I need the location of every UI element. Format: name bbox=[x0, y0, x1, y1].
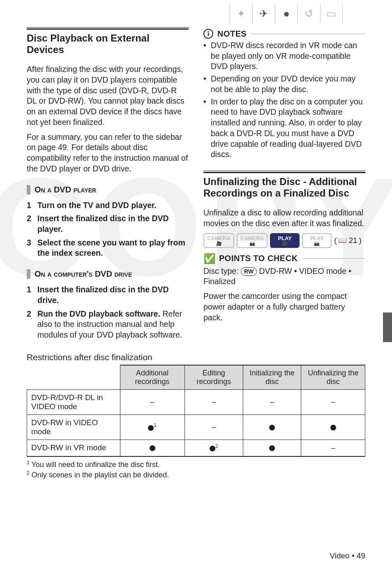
notes-header: i NOTES bbox=[203, 29, 365, 39]
note-item: Depending on your DVD device you may not… bbox=[203, 74, 365, 95]
right-column: i NOTES DVD-RW discs recorded in VR mode… bbox=[203, 27, 365, 343]
table-header: Unfinalizing the disc bbox=[301, 365, 365, 390]
notes-label: NOTES bbox=[217, 29, 247, 39]
section-title-disc-playback: Disc Playback on External Devices bbox=[27, 32, 189, 55]
section-title-unfinalize: Unfinalizing the Disc - Additional Recor… bbox=[203, 176, 365, 199]
cell bbox=[243, 414, 301, 440]
vbar-icon bbox=[27, 269, 30, 279]
note-item: DVD-RW discs recorded in VR mode can be … bbox=[203, 40, 365, 72]
rw-badge-icon: RW bbox=[241, 267, 257, 275]
step-item: 1Insert the finalized disc in the DVD dr… bbox=[27, 285, 189, 305]
book-icon: 📖 bbox=[338, 236, 347, 245]
points-label: POINTS TO CHECK bbox=[219, 254, 298, 263]
note-item: In order to play the disc on a computer … bbox=[203, 97, 365, 160]
top-icon-1: ✦ bbox=[230, 3, 252, 24]
info-icon: i bbox=[203, 29, 213, 39]
subhead-dvd-player: On a DVD player bbox=[27, 185, 189, 194]
table-row: DVD-RW in VIDEO mode 1 – bbox=[27, 414, 365, 440]
mode-play-photo: PLAY📷 bbox=[302, 233, 332, 248]
row-label: DVD-RW in VIDEO mode bbox=[27, 414, 120, 440]
step-item: 2Run the DVD playback software. Refer al… bbox=[27, 309, 189, 340]
cell: – bbox=[120, 389, 184, 414]
table-header: Additional recordings bbox=[120, 365, 184, 390]
notes-list: DVD-RW discs recorded in VR mode can be … bbox=[203, 40, 365, 160]
mode-camera-photo: CAMERA📷 bbox=[237, 233, 267, 248]
disc-type-line: Disc type: RW DVD-RW • VIDEO mode • Fina… bbox=[203, 266, 365, 287]
step-item: 3Select the scene you want to play from … bbox=[27, 238, 189, 259]
top-icon-3: ● bbox=[275, 3, 297, 24]
power-text: Power the camcorder using the compact po… bbox=[203, 291, 365, 323]
row-label: DVD-R/DVD-R DL in VIDEO mode bbox=[27, 389, 120, 414]
cell bbox=[120, 440, 184, 456]
subhead-label: On a computer's DVD drive bbox=[35, 269, 132, 279]
mode-camera-video: CAMERA🎥 bbox=[203, 233, 234, 248]
header-rule bbox=[251, 34, 365, 34]
steps-computer-drive: 1Insert the finalized disc in the DVD dr… bbox=[27, 285, 189, 340]
table-row: DVD-RW in VR mode 2 – bbox=[27, 440, 365, 456]
page-ref: (📖 21) bbox=[334, 236, 362, 245]
cell: – bbox=[243, 389, 301, 414]
restrictions-table-wrap: Restrictions after disc finalization Add… bbox=[27, 352, 365, 480]
dot-icon bbox=[269, 425, 275, 430]
dot-icon bbox=[269, 445, 275, 451]
subhead-computer-drive: On a computer's DVD drive bbox=[27, 269, 189, 279]
table-header: Editing recordings bbox=[184, 365, 243, 390]
restrictions-table: Additional recordings Editing recordings… bbox=[27, 365, 365, 457]
table-header: Initializing the disc bbox=[243, 365, 301, 390]
cell: – bbox=[301, 440, 365, 456]
cell: 2 bbox=[184, 440, 243, 456]
table-row: DVD-R/DVD-R DL in VIDEO mode – – – – bbox=[27, 389, 365, 414]
cell: – bbox=[184, 389, 243, 414]
cell: – bbox=[301, 389, 365, 414]
para-unfinalize: Unfinalize a disc to allow recording add… bbox=[203, 208, 365, 229]
footnotes: 1 You will need to unfinalize the disc f… bbox=[27, 459, 365, 480]
dot-icon bbox=[330, 425, 336, 430]
cell: 1 bbox=[120, 414, 184, 440]
top-icon-4: ↺ bbox=[297, 3, 320, 24]
table-corner bbox=[27, 365, 120, 390]
footnote-2: Only scenes in the playlist can be divid… bbox=[32, 471, 169, 479]
top-icon-2: ✈ bbox=[252, 3, 275, 24]
para-intro-2: For a summary, you can refer to the side… bbox=[27, 132, 189, 174]
top-icon-5: ▭ bbox=[320, 3, 343, 24]
footnote-1: You will need to unfinalize the disc fir… bbox=[31, 461, 160, 469]
vbar-icon bbox=[27, 185, 30, 194]
dot-icon bbox=[210, 446, 215, 451]
check-icon: ✅ bbox=[203, 253, 215, 264]
mode-row: CAMERA🎥 CAMERA📷 PLAY🎥 PLAY📷 (📖 21) bbox=[203, 233, 365, 248]
table-title: Restrictions after disc finalization bbox=[27, 352, 365, 362]
steps-dvd-player: 1Turn on the TV and DVD player. 2Insert … bbox=[27, 200, 189, 259]
cell: – bbox=[184, 414, 243, 440]
mode-play-video: PLAY🎥 bbox=[270, 233, 300, 248]
section-rule bbox=[203, 171, 365, 173]
left-column: Disc Playback on External Devices After … bbox=[27, 27, 189, 343]
points-header: ✅ POINTS TO CHECK bbox=[203, 253, 365, 264]
cell bbox=[243, 440, 301, 456]
row-label: DVD-RW in VR mode bbox=[27, 440, 120, 456]
header-rule bbox=[302, 258, 365, 259]
page-footer: Video • 49 bbox=[330, 551, 365, 560]
para-intro-1: After finalizing the disc with your reco… bbox=[27, 64, 189, 127]
subhead-label: On a DVD player bbox=[35, 185, 96, 194]
step-item: 2Insert the finalized disc in the DVD pl… bbox=[27, 213, 189, 234]
cell bbox=[301, 414, 365, 440]
section-rule bbox=[27, 27, 189, 30]
top-icon-row: ✦ ✈ ● ↺ ▭ bbox=[27, 0, 365, 27]
dot-icon bbox=[148, 425, 154, 431]
dot-icon bbox=[150, 445, 155, 451]
step-item: 1Turn on the TV and DVD player. bbox=[27, 200, 189, 211]
